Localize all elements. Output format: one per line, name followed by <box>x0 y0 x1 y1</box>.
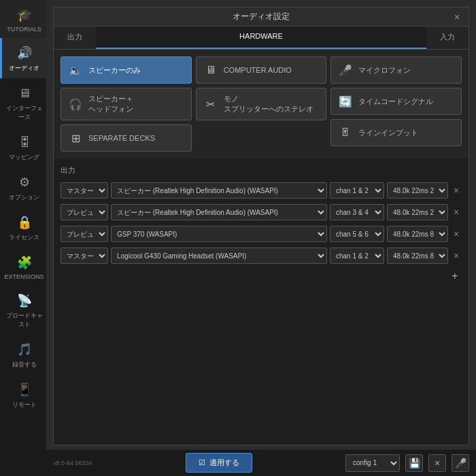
hw-btn-microphone-label: マイクロフォン <box>358 65 411 75</box>
role-select-1[interactable]: マスター プレビュー <box>61 182 108 199</box>
broadcast-icon: 📡 <box>15 291 34 310</box>
hardware-section: 🔈 スピーカーのみ 🎧 スピーカー＋ヘッドフォン ⊞ SEPARATE DECK… <box>54 50 469 158</box>
sidebar-item-broadcast[interactable]: 📡 ブロードキャスト <box>0 286 46 335</box>
sidebar-item-audio[interactable]: 🔊 オーディオ <box>0 38 46 78</box>
hw-btn-speakers-only[interactable]: 🔈 スピーカーのみ <box>61 56 192 84</box>
tabs-row: 出力 HARDWARE 入力 <box>54 27 469 50</box>
tab-input[interactable]: 入力 <box>426 27 469 49</box>
dialog-title-bar: オーディオ設定 × <box>54 7 469 27</box>
sidebar-item-options[interactable]: ⚙ オプション <box>0 167 46 207</box>
role-select-3[interactable]: プレビュー マスター <box>61 226 108 242</box>
hw-btn-timecode-label: タイムコードシグナル <box>358 97 433 107</box>
sidebar-label-broadcast: ブロードキャスト <box>5 311 44 329</box>
apply-checkmark-icon: ☑ <box>199 458 205 467</box>
hw-input-col: 🎤 マイクロフォン 🔄 タイムコードシグナル 🎚 ラインインプット <box>330 56 462 146</box>
hw-btn-speakers-headphones[interactable]: 🎧 スピーカー＋ヘッドフォン <box>61 88 192 120</box>
table-row: プレビュー マスター GSP 370 (WASAPI) chan 5 & 6 c… <box>61 224 462 243</box>
hw-btn-line-input[interactable]: 🎚 ラインインプット <box>330 119 462 146</box>
hw-btn-mono-splitter[interactable]: ✂ モノスプリッターへのステレオ <box>196 88 327 120</box>
format-select-1[interactable]: 48.0k 22ms 2o <box>387 182 448 199</box>
apply-area: ☑ 適用する <box>92 453 345 473</box>
channel-select-2[interactable]: chan 3 & 4 chan 1 & 2 <box>330 204 384 220</box>
microphone-icon: 🎤 <box>338 63 353 78</box>
sidebar-item-tutorials[interactable]: 🎓 TUTORIALS <box>0 0 46 38</box>
sidebar: 🎓 TUTORIALS 🔊 オーディオ 🖥 インターフェース 🎛 マッピング ⚙… <box>0 0 46 476</box>
record-icon: 🎵 <box>15 340 34 359</box>
hw-btn-timecode[interactable]: 🔄 タイムコードシグナル <box>330 88 462 115</box>
tab-hardware[interactable]: HARDWARE <box>96 27 426 49</box>
sidebar-label-license: ライセンス <box>9 233 39 242</box>
options-icon: ⚙ <box>15 173 34 192</box>
main-content: オーディオ設定 × 出力 HARDWARE 入力 <box>46 0 476 476</box>
extensions-icon: 🧩 <box>15 253 34 272</box>
hw-btn-speakers-headphones-label: スピーカー＋ヘッドフォン <box>88 94 133 114</box>
audio-icon: 🔊 <box>15 44 34 63</box>
delete-config-button[interactable]: × <box>428 454 446 472</box>
remote-icon: 📱 <box>15 380 34 399</box>
device-select-3[interactable]: GSP 370 (WASAPI) <box>111 226 327 242</box>
mapping-icon: 🎛 <box>15 133 34 152</box>
format-select-4[interactable]: 48.0k 22ms 8o <box>387 248 448 264</box>
role-select-2[interactable]: プレビュー マスター <box>61 204 108 220</box>
license-icon: 🔒 <box>15 213 34 232</box>
save-icon: 💾 <box>409 458 420 469</box>
format-select-3[interactable]: 48.0k 22ms 8o <box>387 226 448 242</box>
sidebar-item-mapping[interactable]: 🎛 マッピング <box>0 127 46 167</box>
headphones-icon: 🎧 <box>68 97 83 112</box>
sidebar-item-interface[interactable]: 🖥 インターフェース <box>0 78 46 127</box>
hw-btn-computer-audio-label: COMPUTER AUDIO <box>224 66 292 74</box>
device-select-1[interactable]: スピーカー (Realtek High Definition Audio) (W… <box>111 182 327 199</box>
mono-splitter-icon: ✂ <box>203 97 218 112</box>
timecode-icon: 🔄 <box>338 94 353 109</box>
delete-icon: × <box>435 458 440 469</box>
app-container: 🎓 TUTORIALS 🔊 オーディオ 🖥 インターフェース 🎛 マッピング ⚙… <box>0 0 476 476</box>
hw-btn-separate-decks[interactable]: ⊞ SEPARATE DECKS <box>61 124 192 152</box>
add-row: + <box>61 269 462 283</box>
sidebar-item-license[interactable]: 🔒 ライセンス <box>0 207 46 248</box>
sidebar-label-record: 録音する <box>12 360 37 369</box>
config-select[interactable]: config 1 config 2 config 3 <box>345 454 400 472</box>
sidebar-item-record[interactable]: 🎵 録音する <box>0 335 46 375</box>
mic-icon: 🎤 <box>455 458 466 469</box>
computer-audio-icon: 🖥 <box>203 63 218 78</box>
audio-settings-dialog: オーディオ設定 × 出力 HARDWARE 入力 <box>53 7 469 445</box>
tab-output[interactable]: 出力 <box>54 27 96 49</box>
mic-button[interactable]: 🎤 <box>452 454 469 472</box>
dialog-close-button[interactable]: × <box>451 11 463 23</box>
device-select-4[interactable]: Logicool G430 Gaming Headset (WASAPI) <box>111 248 327 264</box>
channel-select-3[interactable]: chan 5 & 6 chan 1 & 2 <box>330 226 384 242</box>
sidebar-label-options: オプション <box>9 193 39 202</box>
format-select-2[interactable]: 48.0k 22ms 2o <box>387 204 448 220</box>
speaker-icon: 🔈 <box>68 63 83 78</box>
hw-btn-computer-audio[interactable]: 🖥 COMPUTER AUDIO <box>196 56 327 84</box>
device-select-2[interactable]: スピーカー (Realtek High Definition Audio) (W… <box>111 204 327 220</box>
apply-button[interactable]: ☑ 適用する <box>186 453 252 473</box>
sidebar-label-audio: オーディオ <box>9 64 39 73</box>
add-output-button[interactable]: + <box>448 269 462 283</box>
separate-decks-icon: ⊞ <box>68 131 83 146</box>
row-remove-3[interactable]: × <box>451 228 462 239</box>
version-label: v8.5-64 b6334 <box>53 460 92 466</box>
apply-button-label: 適用する <box>209 458 239 468</box>
role-select-4[interactable]: マスター プレビュー <box>61 248 108 264</box>
sidebar-item-remote[interactable]: 📱 リモート <box>0 375 46 415</box>
channel-select-4[interactable]: chan 1 & 2 chan 3 & 4 <box>330 248 384 264</box>
bottom-bar: v8.5-64 b6334 ☑ 適用する config 1 config 2 c… <box>46 449 476 476</box>
row-remove-2[interactable]: × <box>451 207 462 218</box>
row-remove-4[interactable]: × <box>451 250 462 261</box>
row-remove-1[interactable]: × <box>451 185 462 196</box>
hw-btn-speakers-only-label: スピーカーのみ <box>88 65 141 75</box>
sidebar-label-tutorials: TUTORIALS <box>7 26 41 33</box>
hw-output-col: 🔈 スピーカーのみ 🎧 スピーカー＋ヘッドフォン ⊞ SEPARATE DECK… <box>61 56 192 152</box>
hw-center-col: 🖥 COMPUTER AUDIO ✂ モノスプリッターへのステレオ <box>196 56 327 120</box>
hw-btn-line-input-label: ラインインプット <box>358 128 418 138</box>
hardware-buttons-grid: 🔈 スピーカーのみ 🎧 スピーカー＋ヘッドフォン ⊞ SEPARATE DECK… <box>61 56 462 152</box>
hw-btn-microphone[interactable]: 🎤 マイクロフォン <box>330 56 462 84</box>
save-config-button[interactable]: 💾 <box>405 454 423 472</box>
tutorials-icon: 🎓 <box>15 5 34 24</box>
interface-icon: 🖥 <box>15 84 34 103</box>
dialog-title: オーディオ設定 <box>233 11 290 22</box>
line-input-icon: 🎚 <box>338 125 353 140</box>
channel-select-1[interactable]: chan 1 & 2 chan 3 & 4 <box>330 182 384 199</box>
sidebar-item-extensions[interactable]: 🧩 EXTENSIONS <box>0 248 46 286</box>
